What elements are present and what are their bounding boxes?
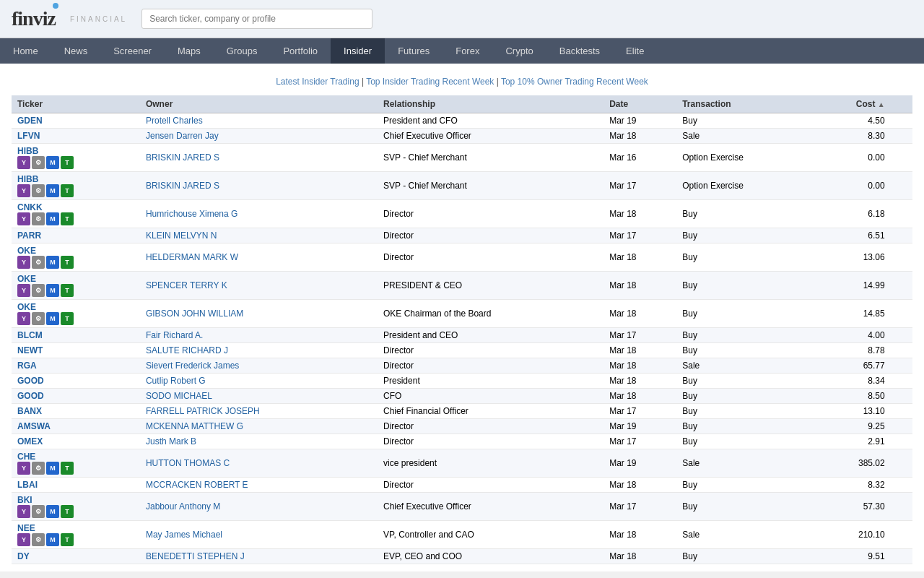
ticker-link[interactable]: BLCM [17, 330, 43, 340]
nav-item-crypto[interactable]: Crypto [492, 38, 546, 64]
c-icon-btn[interactable]: ⚙ [32, 312, 45, 325]
c-icon-btn[interactable]: ⚙ [32, 284, 45, 297]
nav-item-backtests[interactable]: Backtests [546, 38, 613, 64]
m-icon-btn[interactable]: M [46, 184, 59, 197]
nav-item-forex[interactable]: Forex [443, 38, 492, 64]
y-icon-btn[interactable]: Y [17, 256, 30, 269]
nav-item-elite[interactable]: Elite [613, 38, 657, 64]
y-icon-btn[interactable]: Y [17, 156, 30, 169]
owner-link[interactable]: Humrichouse Ximena G [146, 209, 237, 219]
owner-link[interactable]: FARRELL PATRICK JOSEPH [146, 406, 260, 416]
ticker-link[interactable]: OKE [17, 274, 36, 284]
ticker-link[interactable]: BKI [17, 495, 32, 505]
owner-link[interactable]: Jabbour Anthony M [146, 501, 220, 512]
c-icon-btn[interactable]: ⚙ [32, 212, 45, 225]
c-icon-btn[interactable]: ⚙ [32, 462, 45, 475]
m-icon-btn[interactable]: M [46, 284, 59, 297]
c-icon-btn[interactable]: ⚙ [32, 184, 45, 197]
ticker-link[interactable]: OMEX [17, 436, 43, 447]
ticker-link[interactable]: CHE [17, 452, 35, 462]
nav-item-portfolio[interactable]: Portfolio [270, 38, 331, 64]
ticker-link[interactable]: AMSWA [17, 421, 51, 431]
y-icon-btn[interactable]: Y [17, 184, 30, 197]
ticker-link[interactable]: DY [17, 551, 30, 561]
ticker-link[interactable]: BANX [17, 406, 42, 416]
c-icon-btn[interactable]: ⚙ [32, 505, 45, 518]
top-week-link[interactable]: Top Insider Trading Recent Week [366, 77, 494, 87]
ticker-link[interactable]: OKE [17, 302, 36, 312]
t-icon-btn[interactable]: T [61, 533, 74, 546]
owner-link[interactable]: HELDERMAN MARK W [146, 252, 238, 262]
c-icon-btn[interactable]: ⚙ [32, 533, 45, 546]
owner-link[interactable]: Fair Richard A. [146, 330, 203, 340]
t-icon-btn[interactable]: T [61, 505, 74, 518]
owner-link[interactable]: MCCRACKEN ROBERT E [146, 480, 248, 490]
ticker-link[interactable]: NEE [17, 523, 35, 533]
ticker-link[interactable]: PARR [17, 230, 41, 241]
t-icon-btn[interactable]: T [61, 312, 74, 325]
ticker-link[interactable]: GOOD [17, 376, 44, 386]
owner-link[interactable]: BRISKIN JARED S [146, 181, 219, 191]
ticker-link[interactable]: GOOD [17, 391, 44, 401]
t-icon-btn[interactable]: T [61, 462, 74, 475]
date-cell: Mar 19 [603, 419, 676, 434]
nav-item-futures[interactable]: Futures [385, 38, 443, 64]
owner-link[interactable]: BENEDETTI STEPHEN J [146, 551, 245, 561]
ticker-link[interactable]: GDEN [17, 116, 43, 126]
ticker-link[interactable]: CNKK [17, 202, 43, 212]
y-icon-btn[interactable]: Y [17, 312, 30, 325]
nav-item-insider[interactable]: Insider [331, 38, 385, 64]
icon-group: Y⚙MT [17, 462, 134, 475]
m-icon-btn[interactable]: M [46, 212, 59, 225]
m-icon-btn[interactable]: M [46, 312, 59, 325]
owner-link[interactable]: Sievert Frederick James [146, 361, 239, 371]
owner-link[interactable]: SODO MICHAEL [146, 391, 212, 401]
t-icon-btn[interactable]: T [61, 284, 74, 297]
ticker-link[interactable]: NEWT [17, 345, 43, 355]
c-icon-btn[interactable]: ⚙ [32, 156, 45, 169]
m-icon-btn[interactable]: M [46, 256, 59, 269]
owner-link[interactable]: GIBSON JOHN WILLIAM [146, 309, 243, 319]
latest-insider-link[interactable]: Latest Insider Trading [276, 77, 359, 87]
ticker-link[interactable]: HIBB [17, 146, 38, 156]
ticker-link[interactable]: LBAI [17, 480, 38, 490]
owner-link[interactable]: May James Michael [146, 530, 222, 540]
owner-link[interactable]: Justh Mark B [146, 436, 196, 447]
y-icon-btn[interactable]: Y [17, 462, 30, 475]
t-icon-btn[interactable]: T [61, 184, 74, 197]
m-icon-btn[interactable]: M [46, 156, 59, 169]
ticker-link[interactable]: RGA [17, 361, 37, 371]
nav-item-maps[interactable]: Maps [165, 38, 214, 64]
table-header: Ticker Owner Relationship Date Transacti… [12, 95, 912, 113]
t-icon-btn[interactable]: T [61, 256, 74, 269]
top-owner-link[interactable]: Top 10% Owner Trading Recent Week [501, 77, 648, 87]
owner-link[interactable]: MCKENNA MATTHEW G [146, 421, 243, 431]
owner-link[interactable]: SPENCER TERRY K [146, 280, 227, 290]
t-icon-btn[interactable]: T [61, 156, 74, 169]
nav-item-news[interactable]: News [51, 38, 101, 64]
y-icon-btn[interactable]: Y [17, 505, 30, 518]
owner-link[interactable]: KLEIN MELVYN N [146, 230, 217, 241]
owner-link[interactable]: Protell Charles [146, 116, 203, 126]
owner-link[interactable]: Jensen Darren Jay [146, 131, 219, 141]
owner-link[interactable]: Cutlip Robert G [146, 376, 206, 386]
y-icon-btn[interactable]: Y [17, 212, 30, 225]
nav-item-groups[interactable]: Groups [214, 38, 271, 64]
m-icon-btn[interactable]: M [46, 505, 59, 518]
nav-item-home[interactable]: Home [0, 38, 51, 64]
owner-link[interactable]: SALUTE RICHARD J [146, 345, 228, 355]
date-cell: Mar 17 [603, 228, 676, 243]
t-icon-btn[interactable]: T [61, 212, 74, 225]
ticker-link[interactable]: HIBB [17, 174, 38, 184]
m-icon-btn[interactable]: M [46, 533, 59, 546]
nav-item-screener[interactable]: Screener [100, 38, 165, 64]
y-icon-btn[interactable]: Y [17, 533, 30, 546]
c-icon-btn[interactable]: ⚙ [32, 256, 45, 269]
ticker-link[interactable]: OKE [17, 246, 36, 256]
m-icon-btn[interactable]: M [46, 462, 59, 475]
owner-link[interactable]: HUTTON THOMAS C [146, 458, 230, 468]
search-input[interactable] [141, 9, 372, 29]
owner-link[interactable]: BRISKIN JARED S [146, 152, 219, 163]
y-icon-btn[interactable]: Y [17, 284, 30, 297]
ticker-link[interactable]: LFVN [17, 131, 40, 141]
